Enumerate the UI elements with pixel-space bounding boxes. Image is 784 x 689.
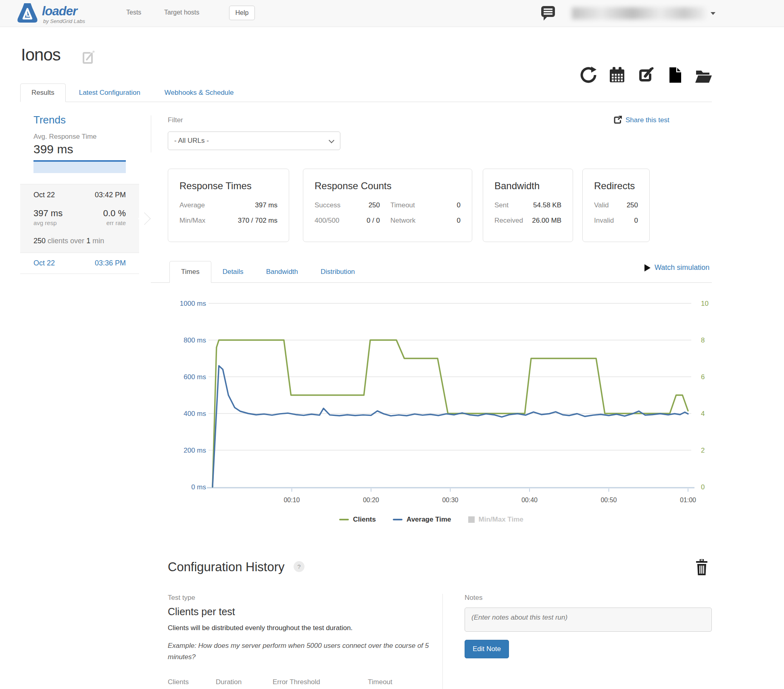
svg-text:00:50: 00:50 <box>601 497 617 503</box>
loader-logo-icon <box>16 2 39 25</box>
help-badge-icon[interactable]: ? <box>294 561 304 572</box>
run-time: 03:36 PM <box>95 259 126 267</box>
config-stats: Clients 250 Duration 1 min Error Thresho… <box>168 678 442 689</box>
account-email-blurred[interactable] <box>572 7 706 19</box>
card-response-times: Response Times Average397 ms Min/Max370 … <box>168 169 289 242</box>
tab-latest-configuration[interactable]: Latest Configuration <box>68 84 151 102</box>
svg-text:8: 8 <box>701 336 705 344</box>
svg-text:400 ms: 400 ms <box>183 410 206 418</box>
chevron-down-icon <box>329 138 334 143</box>
svg-text:4: 4 <box>701 410 705 418</box>
svg-text:6: 6 <box>701 373 705 381</box>
stats-cards: Response Times Average397 ms Min/Max370 … <box>168 169 650 242</box>
svg-text:0: 0 <box>701 483 705 491</box>
document-icon[interactable] <box>666 67 683 84</box>
filter-label: Filter <box>168 116 183 124</box>
average-time-swatch-icon <box>393 519 402 520</box>
trend-run-selected[interactable]: Oct 22 03:42 PM 397 ms 0.0 % avg resp er… <box>20 184 139 253</box>
nav-target-hosts[interactable]: Target hosts <box>164 9 199 16</box>
svg-text:00:10: 00:10 <box>284 497 300 503</box>
svg-text:01:00: 01:00 <box>680 497 696 503</box>
trends-sidebar: Trends Avg. Response Time 399 ms Oct 22 … <box>20 114 139 274</box>
main-tab-bar: Results Latest Configuration Webhooks & … <box>20 84 712 102</box>
trends-title: Trends <box>20 114 139 126</box>
card-bandwidth: Bandwidth Sent54.58 KB Received26.00 MB <box>483 169 573 242</box>
account-caret-icon[interactable] <box>711 12 715 15</box>
stat-error-threshold: Error Threshold 50 % <box>273 678 368 689</box>
svg-text:2: 2 <box>701 447 705 454</box>
nav-tests[interactable]: Tests <box>126 9 141 16</box>
trash-icon[interactable] <box>695 559 709 575</box>
config-history-title: Configuration History <box>168 560 284 574</box>
test-type-description: Clients will be distributed evenly throu… <box>168 624 442 632</box>
selected-run-arrow-icon <box>138 212 150 225</box>
run-err-label: err rate <box>106 219 126 226</box>
svg-text:1000 ms: 1000 ms <box>180 300 206 307</box>
chart-tab-bandwidth[interactable]: Bandwidth <box>255 261 309 282</box>
calendar-icon[interactable] <box>609 67 626 84</box>
chat-icon[interactable] <box>540 5 556 21</box>
rename-test-icon[interactable] <box>81 50 96 65</box>
times-chart[interactable]: 0 ms200 ms400 ms600 ms800 ms1000 ms02468… <box>151 294 712 508</box>
configuration-history: Configuration History ? Test type Client… <box>168 560 712 689</box>
svg-text:00:20: 00:20 <box>363 497 379 503</box>
share-test-link[interactable]: Share this test <box>613 115 669 125</box>
notes-label: Notes <box>465 594 712 602</box>
panel-divider <box>151 115 151 152</box>
svg-text:200 ms: 200 ms <box>183 447 206 454</box>
run-date: Oct 22 <box>33 191 55 199</box>
brand-name: loader <box>42 5 85 17</box>
stat-duration: Duration 1 min <box>216 678 273 689</box>
trend-run-link[interactable]: Oct 22 03:36 PM <box>20 253 139 274</box>
refresh-icon[interactable] <box>580 67 596 84</box>
tab-results[interactable]: Results <box>20 84 66 102</box>
run-summary: 250 clients over 1 min <box>33 237 126 245</box>
svg-text:800 ms: 800 ms <box>183 336 206 344</box>
share-icon <box>613 115 622 125</box>
url-filter-select[interactable]: - All URLs - <box>168 132 340 150</box>
legend-minmax-time[interactable]: Min/Max Time <box>468 516 523 524</box>
edit-config-icon[interactable] <box>637 67 654 84</box>
trend-run-list: Oct 22 03:42 PM 397 ms 0.0 % avg resp er… <box>20 184 139 274</box>
trends-metric-label: Avg. Response Time <box>20 133 139 141</box>
test-type-panel: Test type Clients per test Clients will … <box>168 594 442 689</box>
legend-average-time[interactable]: Average Time <box>393 516 451 524</box>
stat-clients: Clients 250 <box>168 678 216 689</box>
test-type-example: Example: How does my server perform when… <box>168 640 434 663</box>
svg-text:0 ms: 0 ms <box>191 483 206 491</box>
chart-tab-times[interactable]: Times <box>169 261 211 283</box>
chart-legend: Clients Average Time Min/Max Time <box>151 516 712 524</box>
svg-text:00:30: 00:30 <box>442 497 458 503</box>
help-button[interactable]: Help <box>229 6 255 20</box>
svg-text:10: 10 <box>701 300 709 307</box>
notes-panel: Notes Edit Note <box>442 594 712 689</box>
stat-timeout: Timeout 10 sec <box>368 678 394 689</box>
loader-logo[interactable]: loader by SendGrid Labs <box>16 2 85 25</box>
run-date: Oct 22 <box>33 259 55 267</box>
test-toolbar <box>580 67 712 84</box>
chart-tab-bar: Times Details Bandwidth Distribution <box>151 259 712 283</box>
navbar: loader by SendGrid Labs Tests Target hos… <box>0 0 784 27</box>
play-icon <box>644 264 651 271</box>
card-response-counts: Response Counts Success 250 Timeout 0 40… <box>303 169 472 242</box>
minmax-swatch-icon <box>468 516 475 523</box>
run-avg-response: 397 ms <box>33 208 63 219</box>
test-type-value: Clients per test <box>168 606 442 618</box>
clients-swatch-icon <box>339 519 349 520</box>
legend-clients[interactable]: Clients <box>339 516 376 524</box>
test-type-label: Test type <box>168 594 442 602</box>
page-title: Ionos <box>21 45 60 65</box>
run-error-rate: 0.0 % <box>103 208 126 219</box>
svg-text:600 ms: 600 ms <box>183 373 206 381</box>
tab-webhooks-schedule[interactable]: Webhooks & Schedule <box>154 84 245 102</box>
chart-tab-distribution[interactable]: Distribution <box>309 261 366 282</box>
svg-text:00:40: 00:40 <box>521 497 538 503</box>
folder-icon[interactable] <box>695 67 712 84</box>
run-time: 03:42 PM <box>95 191 126 199</box>
trends-metric-value: 399 ms <box>20 142 139 156</box>
notes-input[interactable] <box>465 608 712 632</box>
chart-tab-details[interactable]: Details <box>211 261 255 282</box>
watch-simulation-link[interactable]: Watch simulation <box>644 263 709 272</box>
edit-note-button[interactable]: Edit Note <box>465 640 509 658</box>
card-redirects: Redirects Valid250 Invalid0 <box>582 169 650 242</box>
